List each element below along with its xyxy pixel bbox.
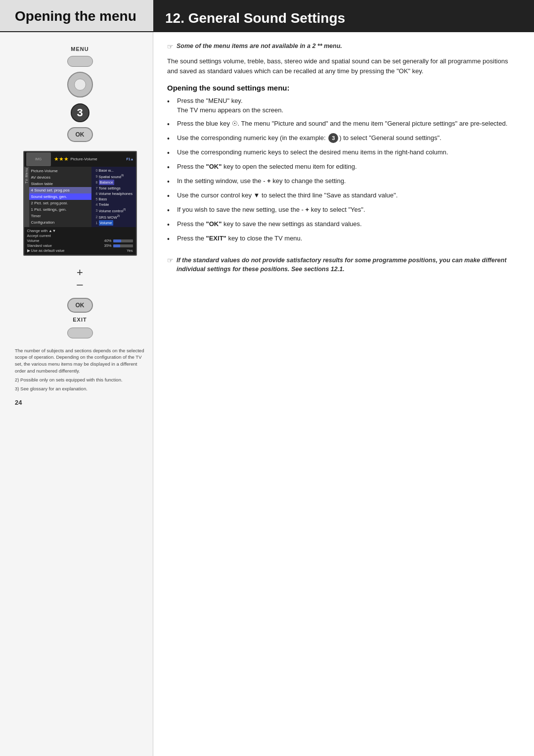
header-left: Opening the menu (0, 0, 153, 31)
tv-menu-item-prog: Picture-Volume (29, 168, 91, 174)
tv-right-num-0: 0 (93, 169, 98, 172)
exit-label: EXIT (73, 317, 87, 323)
tv-right-row-3: 3 Volume control2) (91, 207, 136, 214)
list-item-4: • Use the corresponding numeric keys to … (167, 147, 518, 158)
bullet-dot-10: • (167, 234, 175, 244)
tv-bottom-row-std: Standard value 35% (27, 243, 133, 248)
tv-menu-item-station: Station table (29, 181, 91, 187)
list-item-5: • Press the "OK" key to open the selecte… (167, 162, 518, 173)
bullet-text-5: Press the "OK" key to open the selected … (177, 162, 357, 172)
volume-bar (113, 239, 121, 242)
page: Opening the menu 12. General Sound Setti… (0, 0, 534, 756)
note-icon: ☞ (167, 43, 174, 50)
tv-prog-label: Picture-Volume (71, 157, 97, 161)
list-item-8: • If you wish to save the new setting, u… (167, 205, 518, 216)
f1-badge: F1▲ (126, 157, 134, 161)
bullet-dot-4: • (167, 148, 175, 158)
ok-button-2[interactable]: OK (67, 298, 93, 313)
list-item-10: • Press the "EXIT" key to close the TV m… (167, 234, 518, 244)
ok-key-ref: "OK" (206, 163, 222, 170)
bullet-dot-5: • (167, 162, 175, 173)
tv-menu-screenshot: IMG ★★★ Picture-Volume F1▲ TV-Menu Pictu… (23, 151, 137, 256)
bullet-text-2: Press the blue key ☉. The menu "Picture … (177, 119, 507, 129)
tv-right-row-7: 7 Tone settings (91, 186, 136, 191)
footnotes: The number of subjects and sections depe… (15, 347, 145, 394)
left-title: Opening the menu (15, 9, 136, 24)
footnote-3: 3) See glossary for an explanation. (15, 385, 145, 392)
note-text: Some of the menu items are not available… (177, 42, 342, 51)
bullet-text-4: Use the corresponding numeric keys to se… (177, 147, 448, 157)
tv-menu-topbar: IMG ★★★ Picture-Volume F1▲ (24, 152, 136, 167)
tv-bottom-row-1: Change with ▲▼ (27, 229, 133, 233)
number-3-badge: 3 (71, 103, 89, 122)
remote-diagram: MENU 3 OK (15, 46, 145, 144)
list-item-9: • Press the "OK" key to save the new set… (167, 219, 518, 230)
tv-menu-item-sound-gen: Sound settings, gen. (29, 193, 91, 200)
italic-note-icon: ☞ (167, 256, 174, 264)
tv-menu-item-pict: 2 Pict. set. prog.posi. (29, 200, 91, 206)
tv-menu-left-strip: TV-Menu (24, 167, 29, 228)
tv-menu-item-config: Configuration (29, 219, 91, 226)
tv-bottom-row-2: Accept current (27, 234, 133, 238)
exit-button[interactable] (67, 328, 93, 338)
plus-sign: + (77, 267, 83, 279)
header-row: Opening the menu 12. General Sound Setti… (0, 0, 534, 32)
italic-note-text: If the standard values do not provide sa… (177, 256, 518, 275)
tv-right-row-0: 0 Base w... (91, 168, 136, 173)
bullet-text-8: If you wish to save the new setting, use… (177, 205, 365, 215)
list-item-3: • Use the corresponding numeric key (in … (167, 133, 518, 144)
bullet-dot-6: • (167, 177, 175, 187)
tv-right-row-2: 2 SRS WOW2) (91, 214, 136, 220)
plus-minus-indicator: + – (77, 267, 83, 290)
ok-button-1[interactable]: OK (67, 127, 93, 142)
tv-menu-item-timer: Timer (29, 213, 91, 219)
note-box: ☞ Some of the menu items are not availab… (167, 42, 518, 51)
italic-note-box: ☞ If the standard values do not provide … (167, 256, 518, 275)
content-row: MENU 3 OK IMG ★★★ Picture-Volume F1▲ TV-… (0, 32, 534, 756)
tv-menu-item-pict-gen: 1 Pict. settings, gen. (29, 206, 91, 213)
tv-right-label-0: Base w... (99, 168, 114, 173)
tv-right-row-1: 1 Volume (91, 220, 136, 226)
tv-bottom-row-volume: Volume 40% (27, 238, 133, 243)
tv-right-row-5: 5 Bass (91, 196, 136, 202)
tv-menu-bottom: Change with ▲▼ Accept current Volume 40%… (24, 227, 136, 255)
tv-bottom-row-default: ▶ Use as default value Yes (27, 248, 133, 253)
tv-menu-item-sound-selected: 4 Sound set. prog.pos (29, 187, 91, 193)
bullet-dot-9: • (167, 220, 175, 230)
page-number: 24 (15, 399, 22, 406)
right-title: 12. General Sound Settings (165, 11, 345, 26)
list-item-2: • Press the blue key ☉. The menu "Pictur… (167, 119, 518, 130)
minus-sign: – (77, 279, 83, 290)
section-heading: Opening the sound settings menu: (167, 84, 518, 92)
bullet-dot-8: • (167, 205, 175, 216)
circle-button[interactable] (67, 72, 93, 97)
ok-exit-row: + – OK EXIT (67, 264, 93, 340)
tv-menu-center: Picture-Volume AV devices Station table … (29, 167, 91, 228)
bullet-text-3: Use the corresponding numeric key (in th… (177, 133, 442, 143)
bullet-dot-2: • (167, 119, 175, 130)
tv-menu-body: TV-Menu Picture-Volume AV devices Statio… (24, 167, 136, 228)
tv-right-row-8: 8 Balance (91, 179, 136, 186)
bullet-text-7: Use the cursor control key ▼ to select t… (177, 190, 398, 200)
right-column: ☞ Some of the menu items are not availab… (153, 32, 534, 756)
footnote-2: 2) Possible only on sets equipped with t… (15, 377, 145, 383)
footnote-1: The number of subjects and sections depe… (15, 347, 145, 375)
tv-menu-right: 0 Base w... 9 Spatial sound3) 8 Balance (91, 167, 136, 228)
bullet-text-9: Press the "OK" key to save the new setti… (177, 219, 362, 229)
menu-label: MENU (71, 46, 89, 52)
list-item-1: • Press the "MENU" key.The TV menu appea… (167, 96, 518, 115)
std-bar (113, 244, 120, 247)
tv-right-row-4: 4 Treble (91, 202, 136, 207)
list-item-7: • Use the cursor control key ▼ to select… (167, 190, 518, 201)
bullet-dot-3: • (167, 134, 175, 144)
bullet-dot-7: • (167, 191, 175, 201)
header-right: 12. General Sound Settings (153, 0, 534, 31)
tv-strip-label: TV-Menu (25, 168, 28, 184)
tv-menu-item-av: AV devices (29, 174, 91, 181)
bullet-list: • Press the "MENU" key.The TV menu appea… (167, 96, 518, 248)
bullet-text-6: In the setting window, use the - + key t… (177, 176, 346, 186)
menu-button[interactable] (67, 56, 93, 67)
left-column: MENU 3 OK IMG ★★★ Picture-Volume F1▲ TV-… (0, 32, 153, 756)
tv-right-row-6: 6 Volume headphones (91, 191, 136, 196)
bullet-dot-1: • (167, 96, 175, 107)
